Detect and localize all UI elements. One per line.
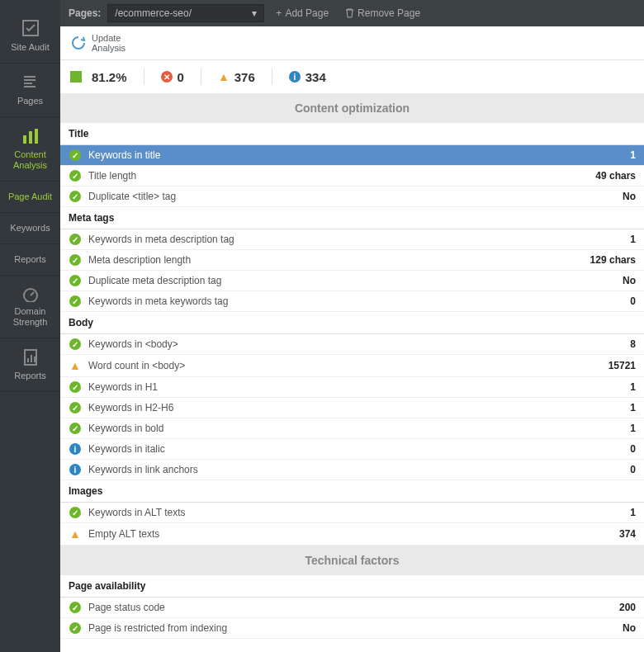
content-icon [21, 127, 40, 145]
remove-page-button[interactable]: Remove Page [340, 7, 425, 19]
audit-row[interactable]: ✓Keywords in <body>8 [60, 334, 644, 355]
svg-rect-6 [27, 358, 29, 362]
main-content: Pages: /ecommerce-seo/ ▾ + Add Page Remo… [60, 0, 644, 652]
svg-rect-1 [23, 135, 26, 144]
sidebar-item-label: Content Analysis [3, 149, 57, 171]
sidebar-item-site-audit[interactable]: Site Audit [0, 8, 60, 64]
rows-meta: ✓Keywords in meta description tag1✓Meta … [60, 229, 644, 312]
stat-warnings[interactable]: ▲ 376 [218, 70, 255, 84]
stat-errors[interactable]: ✕ 0 [161, 70, 184, 84]
audit-row[interactable]: ✓Duplicate <title> tagNo [60, 187, 644, 207]
row-label: Keywords in meta description tag [88, 234, 630, 245]
trash-icon [345, 8, 354, 18]
audit-row[interactable]: ✓Meta description length129 chars [60, 250, 644, 271]
row-value: 200 [619, 602, 636, 613]
update-line2: Analysis [92, 43, 125, 53]
add-page-button[interactable]: + Add Page [271, 7, 334, 19]
warning-icon: ▲ [69, 359, 81, 372]
row-value: No [623, 275, 636, 286]
error-icon: ✕ [161, 71, 173, 83]
ok-icon: ✓ [69, 295, 81, 307]
sidebar-item-reports[interactable]: Reports [0, 244, 60, 276]
ok-icon: ✓ [69, 602, 81, 613]
row-status-icon: ✓ [69, 170, 82, 182]
sidebar-item-keywords[interactable]: Keywords [0, 213, 60, 244]
ok-icon: ✓ [69, 254, 81, 266]
svg-rect-7 [31, 355, 32, 362]
row-label: Keywords in meta keywords tag [88, 295, 630, 307]
rows-availability: ✓Page status code200✓Page is restricted … [60, 598, 644, 639]
row-value: 0 [630, 443, 636, 455]
audit-row[interactable]: ✓Page status code200 [60, 598, 644, 618]
warning-icon: ▲ [218, 70, 230, 83]
audit-row[interactable]: iKeywords in italic0 [60, 439, 644, 460]
row-value: 1 [630, 507, 636, 518]
row-status-icon: i [69, 443, 82, 455]
sidebar-item-content-analysis[interactable]: Content Analysis [0, 117, 60, 182]
sidebar-item-pages[interactable]: Pages [0, 64, 60, 117]
stat-errors-value: 0 [178, 70, 184, 84]
row-status-icon: ✓ [69, 507, 82, 518]
row-status-icon: ▲ [69, 527, 82, 541]
sidebar-item-reports2[interactable]: Reports [0, 338, 60, 392]
svg-rect-8 [34, 357, 36, 362]
stat-info[interactable]: i 334 [289, 70, 326, 84]
sidebar-item-domain-strength[interactable]: Domain Strength [0, 276, 60, 338]
row-label: Keywords in italic [88, 443, 630, 455]
audit-row[interactable]: ✓Duplicate meta description tagNo [60, 271, 644, 291]
section-content-optimization: Content optimization [60, 93, 644, 123]
rows-images: ✓Keywords in ALT texts1▲Empty ALT texts3… [60, 503, 644, 546]
row-label: Keywords in link anchors [88, 464, 630, 475]
svg-rect-3 [35, 129, 38, 144]
row-status-icon: ✓ [69, 622, 82, 634]
sidebar-item-page-audit[interactable]: Page Audit [0, 182, 60, 213]
sidebar-item-label: Domain Strength [3, 306, 57, 328]
warning-icon: ▲ [69, 527, 81, 541]
remove-page-label: Remove Page [358, 7, 420, 19]
update-line1: Update [92, 33, 121, 43]
row-label: Page is restricted from indexing [88, 622, 623, 634]
ok-icon: ✓ [69, 234, 81, 245]
update-analysis-button[interactable]: UpdateAnalysis [70, 33, 125, 53]
audit-row[interactable]: ✓Keywords in title1 [60, 145, 644, 166]
divider [272, 69, 272, 85]
ok-icon: ✓ [69, 507, 81, 518]
row-label: Page status code [88, 602, 619, 613]
audit-row[interactable]: ✓Keywords in ALT texts1 [60, 503, 644, 523]
audit-row[interactable]: ✓Keywords in meta keywords tag0 [60, 291, 644, 312]
sidebar-item-label: Reports [14, 254, 46, 265]
audit-row[interactable]: ✓Keywords in bold1 [60, 418, 644, 439]
row-status-icon: ▲ [69, 359, 82, 372]
audit-row[interactable]: ▲Word count in <body>15721 [60, 355, 644, 377]
audit-row[interactable]: ▲Empty ALT texts374 [60, 523, 644, 546]
gauge-icon [21, 286, 40, 302]
ok-icon: ✓ [69, 170, 81, 182]
row-status-icon: ✓ [69, 191, 82, 202]
row-label: Title length [88, 170, 595, 182]
audit-row[interactable]: ✓Keywords in H2-H61 [60, 398, 644, 418]
info-icon: i [69, 464, 81, 475]
page-select[interactable]: /ecommerce-seo/ ▾ [107, 4, 264, 22]
audit-row[interactable]: iKeywords in link anchors0 [60, 460, 644, 480]
audit-row[interactable]: ✓Title length49 chars [60, 166, 644, 187]
sidebar-item-label: Pages [17, 96, 43, 106]
pages-icon [21, 73, 40, 92]
info-icon: i [289, 71, 301, 83]
audit-row[interactable]: ✓Keywords in meta description tag1 [60, 229, 644, 250]
row-label: Keywords in <body> [88, 338, 630, 350]
sidebar-item-label: Site Audit [11, 42, 49, 53]
audit-row[interactable]: ✓Keywords in H11 [60, 377, 644, 398]
row-status-icon: i [69, 464, 82, 475]
row-label: Duplicate <title> tag [88, 191, 623, 202]
audit-row[interactable]: ✓Page is restricted from indexingNo [60, 618, 644, 639]
group-availability: Page availability [60, 575, 644, 598]
add-page-label: Add Page [285, 7, 329, 19]
row-value: 8 [630, 338, 636, 350]
ok-icon: ✓ [69, 191, 81, 202]
row-value: 0 [630, 295, 636, 307]
row-status-icon: ✓ [69, 338, 82, 350]
row-label: Meta description length [88, 254, 590, 266]
divider [201, 69, 201, 85]
row-value: 0 [630, 464, 636, 475]
row-value: 1 [630, 381, 636, 393]
